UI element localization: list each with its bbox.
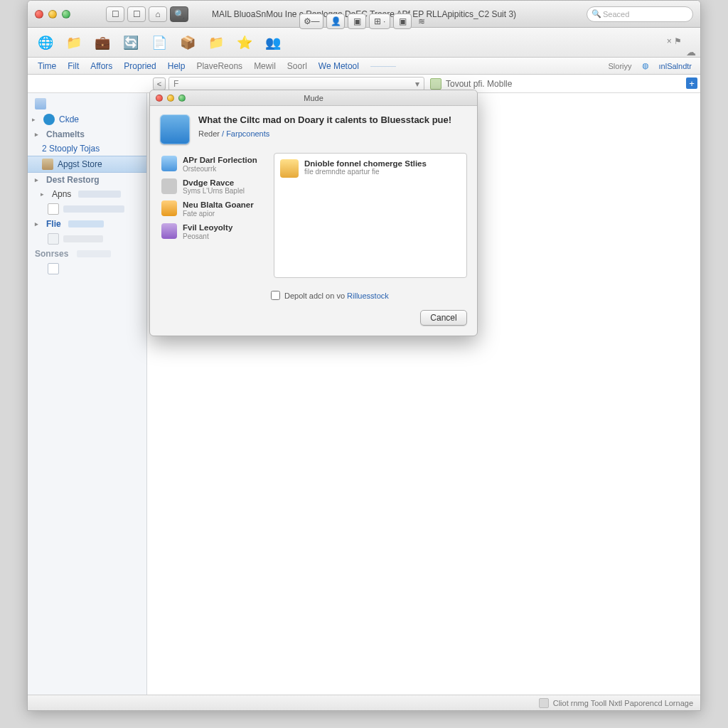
- sidebar-file-box[interactable]: [28, 231, 146, 247]
- tc-btn-1[interactable]: ⚙—: [299, 14, 323, 29]
- menu-playersons[interactable]: PlaveReons: [191, 61, 248, 71]
- dialog-left-item[interactable]: APr Darl ForlectionOrsteourrk: [160, 153, 267, 176]
- nav-button-group: ☐ ☐ ⌂ 🔍: [106, 6, 188, 22]
- sync-icon[interactable]: 🔄: [119, 31, 143, 54]
- dialog-app-icon: [160, 114, 190, 144]
- app-item-title: Neu Blalta Goaner: [183, 200, 254, 210]
- store-icon: [42, 159, 53, 170]
- right-item-icon: [280, 159, 299, 178]
- cloud-icon[interactable]: ☁︎: [686, 46, 696, 58]
- app-item-sub: Syms L'Urns Baplel: [183, 187, 245, 195]
- menu-affors[interactable]: Affors: [85, 61, 118, 71]
- dialog-traffic-lights: [150, 95, 186, 102]
- package-icon[interactable]: 📦: [176, 31, 200, 54]
- people-icon[interactable]: 👥: [261, 31, 285, 54]
- dialog-sub-link[interactable]: / Farpconents: [222, 129, 269, 138]
- sidebar-code-label: Ckde: [59, 114, 79, 124]
- sidebar-code[interactable]: ▸ Ckde: [28, 112, 146, 127]
- app-item-title: Fvil Leoyolty: [183, 223, 232, 232]
- menu-right: Sloriyy ◍ ınlSalndtr: [609, 61, 697, 70]
- home-button[interactable]: ⌂: [149, 6, 167, 22]
- sidebar-selected-label: Apgst Store: [58, 159, 102, 169]
- app-item-sub: Orsteourrk: [183, 165, 257, 173]
- dialog-checkbox-input[interactable]: [271, 291, 280, 300]
- minimize-window-button[interactable]: [48, 10, 57, 18]
- folder2-icon[interactable]: 📁: [204, 31, 228, 54]
- search-placeholder: Seaced: [603, 10, 629, 18]
- zoom-window-button[interactable]: [62, 10, 70, 18]
- status-bar: Cliot rnmg Tooll Nxtl Paporencd Lornage: [28, 695, 700, 710]
- close-window-button[interactable]: [35, 10, 43, 18]
- tc-btn-3[interactable]: ▣: [348, 14, 366, 29]
- device-icon: [430, 78, 441, 90]
- folder-icon[interactable]: 📁: [62, 31, 86, 54]
- file-box-icon: [48, 233, 59, 245]
- add-button[interactable]: +: [686, 77, 697, 89]
- menu-extra: ———: [365, 61, 402, 71]
- right-item-sub: file dremndte apartur fie: [304, 168, 427, 176]
- sidebar-channels-head[interactable]: ▸ Chamelts: [28, 127, 146, 141]
- path-back-button[interactable]: <: [153, 77, 166, 90]
- dialog-left-item[interactable]: Neu Blalta GoanerFate apior: [160, 198, 267, 220]
- dialog-minimize-button[interactable]: [167, 95, 174, 102]
- tc-btn-5[interactable]: ▣: [393, 14, 412, 29]
- dialog-left-item[interactable]: Dvdge RavceSyms L'Urns Baplel: [160, 176, 267, 198]
- dialog-close-button[interactable]: [156, 95, 163, 102]
- dialog-checkbox-link[interactable]: Rilluesstock: [347, 291, 389, 300]
- dialog-titlebar: Mude: [150, 90, 477, 106]
- dialog-checkbox[interactable]: Depolt adcl on vo Rilluesstock: [271, 291, 389, 300]
- right-item-title: Dnioble fonnel chomerge Stlies: [304, 159, 427, 168]
- dialog-subline: Reder / Farpconents: [198, 129, 451, 138]
- sidebar-sources-item[interactable]: [28, 261, 146, 277]
- tc-btn-4[interactable]: ⊞ ·: [369, 14, 390, 29]
- menu-filt[interactable]: Filt: [62, 61, 85, 71]
- modal-dialog: Mude What the Ciltc mad on Doary it cale…: [149, 90, 478, 336]
- cancel-button[interactable]: Cancel: [420, 310, 467, 326]
- dialog-left-item[interactable]: Fvil LeoyoltyPeosant: [160, 220, 267, 243]
- main-toolbar: 🌐 📁 💼 🔄 📄 📦 📁 ⭐ 👥 × ⚑ ☁︎: [28, 28, 700, 58]
- sidebar-top-icon[interactable]: [28, 96, 146, 112]
- path-input[interactable]: F ▾: [168, 77, 424, 91]
- sidebar-selected-item[interactable]: Apgst Store: [28, 156, 146, 173]
- sidebar-apps-sub[interactable]: [28, 201, 146, 217]
- menu-propried[interactable]: Propried: [118, 61, 161, 71]
- dialog-zoom-button[interactable]: [178, 95, 186, 102]
- nav-fwd-button[interactable]: ☐: [127, 6, 146, 22]
- app-item-icon: [161, 200, 177, 216]
- dialog-columns: APr Darl ForlectionOrsteourrkDvdge Ravce…: [150, 149, 477, 285]
- menu-wemetool[interactable]: We Metool: [313, 61, 365, 71]
- gear-bullet-icon: [43, 114, 55, 125]
- dialog-right-panel: Dnioble fonnel chomerge Stlies file drem…: [274, 153, 467, 278]
- app-item-icon: [161, 223, 177, 239]
- app-item-icon: [161, 178, 177, 194]
- app-item-title: Dvdge Ravce: [183, 178, 245, 188]
- menu-mewil[interactable]: Mewil: [248, 61, 282, 71]
- tc-btn-2[interactable]: 👤: [326, 14, 345, 29]
- sidebar-dest-head[interactable]: ▸ Dest Restorg: [28, 173, 146, 187]
- tc-btn-6[interactable]: ≋: [414, 14, 429, 29]
- search-input[interactable]: Seaced: [587, 6, 693, 22]
- page-icon[interactable]: 📄: [147, 31, 171, 54]
- sidebar-stoopy[interactable]: 2 Stooply Tojas: [28, 141, 146, 156]
- globe-icon[interactable]: 🌐: [33, 31, 58, 54]
- dialog-header: What the Ciltc mad on Doary it calents t…: [150, 106, 477, 149]
- search-toggle-button[interactable]: 🔍: [170, 6, 188, 22]
- toolbar-close-icon[interactable]: × ⚑: [667, 36, 682, 46]
- sidebar-apps[interactable]: ▸ Apns: [28, 187, 146, 201]
- star-icon[interactable]: ⭐: [232, 31, 257, 54]
- dialog-right-item[interactable]: Dnioble fonnel chomerge Stlies file drem…: [280, 159, 461, 178]
- menu-time[interactable]: Time: [32, 61, 62, 71]
- briefcase-icon[interactable]: 💼: [90, 31, 114, 54]
- dialog-buttons: Cancel: [150, 310, 477, 336]
- nav-back-button[interactable]: ☐: [106, 6, 124, 22]
- dialog-title: Mude: [304, 94, 323, 102]
- chevron-down-icon[interactable]: ▾: [415, 79, 419, 89]
- menu-bar: Time Filt Affors Propried Help PlaveReon…: [28, 58, 700, 75]
- sidebar-sources-head[interactable]: Sonrses: [28, 247, 146, 261]
- menu-soorl[interactable]: Soorl: [282, 61, 313, 71]
- sidebar-file-head[interactable]: ▸ Flie: [28, 217, 146, 231]
- app-item-icon: [161, 156, 177, 171]
- doc-icon: [48, 203, 59, 215]
- path-value: F: [173, 79, 178, 89]
- menu-help[interactable]: Help: [162, 61, 191, 71]
